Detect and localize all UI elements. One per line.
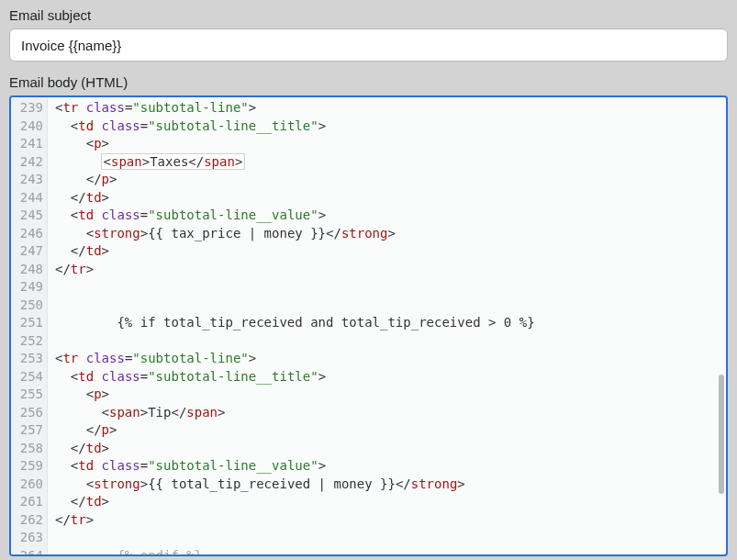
vertical-scrollbar[interactable] — [717, 99, 724, 553]
spacer — [9, 62, 728, 74]
email-body-label: Email body (HTML) — [9, 74, 728, 90]
code-line[interactable]: <tr class="subtotal-line"> — [55, 99, 711, 118]
code-line[interactable]: {% endif %} — [55, 547, 711, 555]
code-line[interactable]: <p> — [55, 386, 711, 404]
line-number: 255 — [11, 386, 43, 404]
line-number: 254 — [11, 368, 43, 386]
email-subject-label: Email subject — [9, 7, 728, 23]
line-number: 260 — [11, 476, 43, 494]
code-line[interactable]: </tr> — [55, 511, 711, 530]
line-number: 261 — [11, 493, 43, 511]
code-line[interactable]: <td class="subtotal-line__value"> — [55, 457, 711, 476]
code-line[interactable]: <td class="subtotal-line__title"> — [55, 368, 711, 386]
code-line[interactable] — [55, 297, 711, 315]
line-number-gutter: 2392402412422432442452462472482492502512… — [11, 97, 48, 554]
line-number: 263 — [11, 529, 43, 547]
line-number: 259 — [11, 457, 43, 476]
code-line[interactable]: <strong>{{ tax_price | money }}</strong> — [55, 225, 711, 243]
code-line[interactable]: <span>Tip</span> — [55, 404, 711, 422]
email-body-editor[interactable]: 2392402412422432442452462472482492502512… — [9, 95, 728, 556]
code-line[interactable]: <td class="subtotal-line__value"> — [55, 207, 711, 225]
code-line[interactable]: {% if total_tip_received and total_tip_r… — [55, 314, 711, 332]
line-number: 246 — [11, 225, 43, 243]
line-number: 249 — [11, 278, 43, 297]
code-line[interactable]: </p> — [55, 171, 711, 189]
line-number: 248 — [11, 261, 43, 279]
scrollbar-thumb[interactable] — [719, 375, 724, 494]
code-line[interactable]: <td class="subtotal-line__title"> — [55, 118, 711, 136]
line-number: 242 — [11, 153, 43, 172]
line-number: 257 — [11, 421, 43, 440]
line-number: 256 — [11, 404, 43, 422]
email-subject-input[interactable] — [9, 28, 728, 62]
line-number: 243 — [11, 171, 43, 189]
line-number: 252 — [11, 332, 43, 351]
code-line[interactable] — [55, 529, 711, 547]
code-line[interactable]: <strong>{{ total_tip_received | money }}… — [55, 476, 711, 494]
code-line[interactable]: </td> — [55, 493, 711, 511]
line-number: 253 — [11, 350, 43, 368]
line-number: 240 — [11, 118, 43, 136]
code-line[interactable]: <tr class="subtotal-line"> — [55, 350, 711, 368]
line-number: 258 — [11, 440, 43, 458]
code-line[interactable] — [55, 332, 711, 351]
code-line[interactable]: </p> — [55, 421, 711, 440]
code-line[interactable]: </tr> — [55, 261, 711, 279]
line-number: 251 — [11, 314, 43, 332]
code-line[interactable]: </td> — [55, 440, 711, 458]
line-number: 262 — [11, 511, 43, 530]
line-number: 264 — [11, 547, 43, 557]
code-area[interactable]: <tr class="subtotal-line"> <td class="su… — [48, 97, 717, 554]
line-number: 250 — [11, 297, 43, 315]
code-line[interactable]: <span>Taxes</span> — [55, 153, 711, 172]
code-line[interactable] — [55, 278, 711, 297]
line-number: 241 — [11, 135, 43, 153]
code-line[interactable]: </td> — [55, 242, 711, 261]
line-number: 239 — [11, 99, 43, 118]
code-line[interactable]: <p> — [55, 135, 711, 153]
line-number: 245 — [11, 207, 43, 225]
line-number: 244 — [11, 189, 43, 207]
page: Email subject Email body (HTML) 23924024… — [0, 0, 737, 560]
code-line[interactable]: </td> — [55, 189, 711, 207]
line-number: 247 — [11, 242, 43, 261]
